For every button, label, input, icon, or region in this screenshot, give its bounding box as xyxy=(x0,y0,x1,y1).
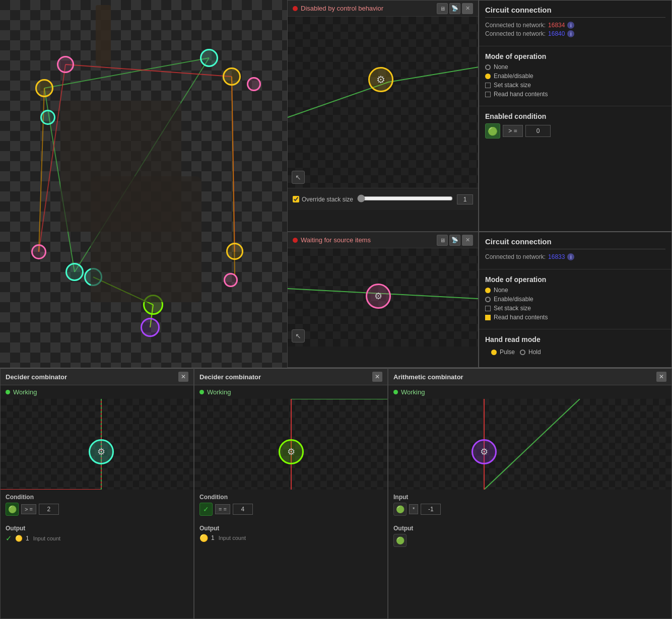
bottom-left-preview: ⚙ xyxy=(1,399,193,490)
hold-label: Hold xyxy=(528,349,541,356)
mode-read-option[interactable]: Read hand contents xyxy=(485,91,665,98)
entity-cyan1 xyxy=(40,110,55,125)
bottom-mid-condition-label: Condition xyxy=(199,494,382,501)
bottom-mode-enable-option[interactable]: Enable/disable xyxy=(485,296,665,303)
bottom-right-entity: ⚙ xyxy=(472,439,497,464)
bottom-left-header: Decider combinator ✕ xyxy=(1,369,193,385)
hand-read-section: Hand read mode Pulse Hold xyxy=(479,331,671,366)
bottom-mid-signal[interactable]: ✓ xyxy=(199,503,213,516)
bottom-right-output-signal[interactable]: 🟢 xyxy=(393,534,407,547)
condition-value-input[interactable] xyxy=(525,125,551,137)
bottom-right-form: Input 🟢 * xyxy=(388,490,671,523)
hand-read-row: Pulse Hold xyxy=(485,347,665,362)
condition-signal-icon[interactable]: 🟢 xyxy=(485,123,500,139)
bottom-right-working: Working xyxy=(388,385,671,399)
stack-size-slider[interactable] xyxy=(357,194,453,202)
bottom-mode-read-label: Read hand contents xyxy=(494,314,548,321)
circuit-bottom-section: Circuit connection Connected to network:… xyxy=(479,232,671,267)
pulse-label: Pulse xyxy=(500,349,515,356)
entity-purple1 xyxy=(141,318,160,337)
bottom-left-close-btn[interactable]: ✕ xyxy=(178,372,188,382)
corner-connect-btn[interactable]: ↖ xyxy=(292,171,305,184)
panel-icon-signal[interactable]: 📡 xyxy=(449,3,460,14)
bottom-status-dot xyxy=(293,238,298,243)
mode-stack-option[interactable]: Set stack size xyxy=(485,82,665,89)
bottom-right-green-dot xyxy=(393,390,398,394)
bottom-mode-stack-indicator xyxy=(485,306,491,311)
condition-title: Enabled condition xyxy=(485,112,665,120)
right-top-panel: Circuit connection Connected to network:… xyxy=(479,0,672,232)
bottom-right-input-row: 🟢 * xyxy=(393,503,666,516)
entity-yellow3 xyxy=(226,243,243,260)
network2-num: 16840 xyxy=(548,30,565,37)
bottom-mid-status: Working xyxy=(207,388,231,396)
bottom-right-signal[interactable]: 🟢 xyxy=(393,503,407,516)
panel-close-top-mid[interactable]: ✕ xyxy=(462,3,473,14)
bottom-mid-header: Decider combinator ✕ xyxy=(194,369,387,385)
bottom-left-output-checkmark: ✓ xyxy=(6,534,12,543)
bottom-mid-preview: ⚙ xyxy=(194,399,387,490)
bottom-right-close-btn[interactable]: ✕ xyxy=(656,372,666,382)
hold-option[interactable]: Hold xyxy=(520,349,541,356)
bottom-right-input-label: Input xyxy=(393,494,666,501)
bottom-mid-value-input[interactable] xyxy=(233,504,253,515)
slider-container xyxy=(357,194,453,204)
entity-pink2 xyxy=(247,77,261,91)
network1-info[interactable]: i xyxy=(567,22,574,29)
bottom-corner-connect-btn[interactable]: ↖ xyxy=(292,329,305,342)
bottom-preview-entity-pink: ⚙ xyxy=(366,284,391,309)
bottom-left-value-input[interactable] xyxy=(39,504,59,515)
mode-stack-label: Set stack size xyxy=(494,82,531,89)
bottom-mode-none-label: None xyxy=(494,287,508,294)
bottom-left-operator-btn[interactable]: > = xyxy=(21,504,36,514)
bottom-mode-none-option[interactable]: None xyxy=(485,287,665,294)
bottom-mid-output-num: 1 xyxy=(211,534,215,541)
bottom-mid-close-btn[interactable]: ✕ xyxy=(372,372,382,382)
bottom-mode-read-indicator xyxy=(485,315,491,320)
mode-read-label: Read hand contents xyxy=(494,91,548,98)
mode-bottom-title: Mode of operation xyxy=(485,276,665,284)
condition-section: Enabled condition 🟢 > = xyxy=(479,108,671,143)
bottom-right-title: Arithmetic combinator xyxy=(393,373,463,381)
bottom-mode-enable-indicator xyxy=(485,297,491,302)
mode-enable-option[interactable]: Enable/disable xyxy=(485,73,665,80)
bottom-network1-info[interactable]: i xyxy=(567,253,574,260)
status-text: Disabled by control behavior xyxy=(301,5,383,12)
override-checkbox[interactable] xyxy=(293,196,299,202)
mode-bottom-section: Mode of operation None Enable/disable Se… xyxy=(479,271,671,327)
top-middle-preview: ⚙ ↖ xyxy=(288,17,478,188)
bottom-mid-close-btn[interactable]: ✕ xyxy=(462,235,473,246)
bottom-right-value-input[interactable] xyxy=(421,504,441,515)
entity-cyan3 xyxy=(65,263,84,281)
svg-line-1 xyxy=(388,67,478,82)
override-checkbox-label[interactable]: Override stack size xyxy=(293,196,353,203)
panel-icon-monitor[interactable]: 🖥 xyxy=(437,3,448,14)
bottom-mid-output-sub: Input count xyxy=(219,535,246,541)
pulse-option[interactable]: Pulse xyxy=(491,349,515,356)
network1-line: Connected to network: 16834 i xyxy=(485,22,665,29)
bottom-mode-stack-label: Set stack size xyxy=(494,305,531,312)
bottom-network1-line: Connected to network: 16833 i xyxy=(485,253,665,260)
bottom-right-operator-btn[interactable]: * xyxy=(409,504,418,514)
bottom-middle-panel: Waiting for source items 🖥 📡 ✕ ⚙ ↖ xyxy=(287,232,479,368)
bottom-left-signal[interactable]: 🟢 xyxy=(6,503,19,516)
network1-num: 16834 xyxy=(548,22,565,29)
svg-line-8 xyxy=(484,399,580,490)
mode-none-option[interactable]: None xyxy=(485,63,665,71)
override-label: Override stack size xyxy=(302,196,353,203)
bottom-mode-read-option[interactable]: Read hand contents xyxy=(485,314,665,321)
bottom-mid-working: Working xyxy=(194,385,387,399)
bottom-mid-icon-monitor[interactable]: 🖥 xyxy=(437,235,448,246)
bottom-left-output-section: Output ✓ 🟡 1 Input count xyxy=(1,523,193,547)
bottom-mid-title: Decider combinator xyxy=(199,373,261,381)
hand-read-title: Hand read mode xyxy=(485,335,665,343)
status-dot-red xyxy=(293,6,298,11)
bottom-left-condition-row: 🟢 > = xyxy=(6,503,188,516)
network2-info[interactable]: i xyxy=(567,30,574,37)
bottom-status-text: Waiting for source items xyxy=(301,236,371,244)
bottom-mid-operator-btn[interactable]: = = xyxy=(215,504,230,514)
bottom-mode-stack-option[interactable]: Set stack size xyxy=(485,305,665,312)
bottom-mid-icon-signal[interactable]: 📡 xyxy=(449,235,460,246)
condition-operator-btn[interactable]: > = xyxy=(503,125,523,137)
top-middle-panel: Disabled by control behavior 🖥 📡 ✕ ⚙ ↖ O… xyxy=(287,0,479,232)
